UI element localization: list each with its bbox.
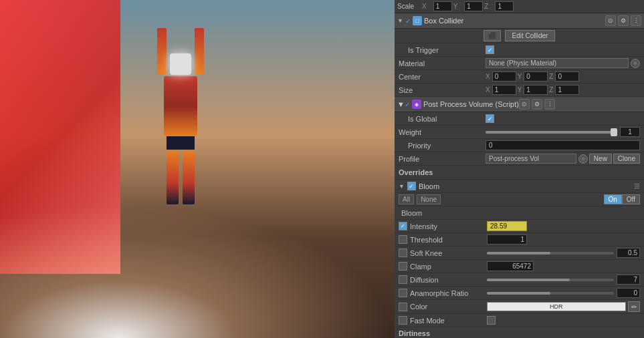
size-x-tag: X	[486, 86, 490, 94]
color-checkbox[interactable]	[399, 303, 407, 311]
off-btn[interactable]: Off	[622, 194, 640, 204]
priority-label: Priority	[399, 142, 486, 150]
material-dropdown[interactable]: None (Physic Material)	[486, 58, 629, 68]
post-process-ref-icon[interactable]: ⊙	[519, 99, 530, 110]
center-fields: X Y Z	[486, 71, 640, 81]
bloom-arrow: ▼	[399, 183, 405, 190]
threshold-input[interactable]	[487, 234, 527, 244]
color-label: Color	[410, 303, 487, 311]
is-trigger-checkbox[interactable]: ✓	[486, 45, 494, 54]
is-trigger-row: Is Trigger ✓	[395, 43, 644, 57]
weight-value-input[interactable]	[620, 127, 640, 137]
scale-y-input[interactable]	[464, 1, 483, 11]
anamorphic-track[interactable]	[487, 292, 614, 295]
clamp-checkbox[interactable]	[399, 262, 407, 271]
threshold-label: Threshold	[410, 236, 487, 244]
none-btn[interactable]: None	[417, 194, 441, 204]
soft-knee-checkbox[interactable]	[399, 248, 407, 257]
on-btn[interactable]: On	[604, 194, 622, 204]
anamorphic-input[interactable]	[617, 288, 640, 298]
center-label: Center	[399, 73, 486, 81]
post-process-icon: ◈	[412, 100, 421, 109]
center-y-input[interactable]	[524, 71, 548, 81]
diffusion-track[interactable]	[487, 279, 614, 281]
fast-mode-checkbox[interactable]	[399, 316, 407, 325]
clamp-input[interactable]	[487, 261, 534, 271]
post-process-menu-icon[interactable]: ⋮	[544, 99, 555, 110]
priority-row: Priority	[395, 139, 644, 152]
size-z-field: Z	[549, 85, 579, 95]
box-collider-ref-icon[interactable]: ⊙	[605, 15, 616, 26]
bloom-title: Bloom	[419, 182, 634, 190]
material-picker-btn[interactable]: ○	[631, 59, 640, 68]
overrides-header: Overrides	[395, 166, 644, 180]
threshold-checkbox[interactable]	[399, 235, 407, 244]
intensity-value	[487, 221, 640, 231]
is-global-checkbox[interactable]: ✓	[486, 114, 494, 123]
is-global-row: Is Global ✓	[395, 112, 644, 126]
post-process-arrow: ▼	[397, 100, 405, 108]
profile-picker-btn[interactable]: ○	[578, 154, 588, 164]
priority-input[interactable]	[486, 140, 640, 150]
diffusion-checkbox[interactable]	[399, 275, 407, 284]
is-global-label: Is Global	[399, 115, 486, 123]
threshold-row: Threshold	[395, 233, 644, 246]
box-collider-title: Box Collider	[424, 17, 605, 25]
color-row: Color HDR ✏	[395, 300, 644, 314]
diffusion-input[interactable]	[617, 275, 640, 285]
scale-row: Scale X Y Z	[395, 0, 644, 13]
clone-profile-btn[interactable]: Clone	[613, 154, 640, 164]
soft-knee-track[interactable]	[487, 252, 614, 255]
scale-xyz: X Y Z	[422, 1, 514, 11]
intensity-checkbox[interactable]: ✓	[399, 222, 407, 230]
anamorphic-row: Anamorphic Ratio	[395, 287, 644, 300]
size-z-input[interactable]	[555, 85, 579, 95]
edit-collider-btn[interactable]: Edit Collider	[505, 30, 556, 41]
box-collider-header[interactable]: ▼ ✓ □ Box Collider ⊙ ⚙ ⋮	[395, 13, 644, 29]
profile-value: Post-process Vol	[489, 155, 539, 162]
color-picker-preview[interactable]: HDR	[487, 302, 626, 311]
robot-waist	[167, 136, 195, 150]
soft-knee-input[interactable]	[617, 248, 640, 258]
threshold-value	[487, 234, 640, 244]
profile-dropdown[interactable]: Post-process Vol	[486, 154, 576, 164]
weight-slider-track[interactable]	[486, 131, 617, 134]
anamorphic-fill	[487, 292, 550, 295]
scale-z-input[interactable]	[495, 1, 514, 11]
soft-knee-row: Soft Knee	[395, 246, 644, 260]
size-x-field: X	[486, 85, 516, 95]
diffusion-row: Diffusion	[395, 273, 644, 287]
new-profile-btn[interactable]: New	[589, 154, 612, 164]
material-value: None (Physic Material)	[489, 59, 556, 67]
bloom-section-header[interactable]: ▼ ✓ Bloom ☰	[395, 180, 644, 193]
post-process-settings-icon[interactable]: ⚙	[532, 99, 542, 110]
scale-x-input[interactable]	[433, 1, 452, 11]
size-y-input[interactable]	[524, 85, 548, 95]
soft-knee-label: Soft Knee	[410, 249, 487, 257]
post-process-header[interactable]: ▼ ✓ ◈ Post Process Volume (Script) ⊙ ⚙ ⋮	[395, 97, 644, 112]
intensity-row: ✓ Intensity	[395, 220, 644, 233]
robot-leg-left	[167, 151, 179, 204]
size-z-tag: Z	[549, 86, 553, 94]
center-x-tag: X	[486, 73, 490, 80]
collider-icon-btn[interactable]: ⬛	[484, 30, 501, 41]
profile-label: Profile	[399, 155, 486, 163]
center-z-tag: Z	[549, 73, 553, 80]
bloom-enable-checkbox[interactable]: ✓	[407, 182, 416, 190]
center-x-input[interactable]	[492, 71, 516, 81]
intensity-input[interactable]	[487, 221, 527, 231]
bloom-menu-icon[interactable]: ☰	[634, 182, 640, 190]
post-process-header-icons: ⊙ ⚙ ⋮	[519, 99, 555, 110]
box-collider-menu-icon[interactable]: ⋮	[631, 15, 641, 26]
material-row: Material None (Physic Material) ○	[395, 57, 644, 70]
profile-row: Profile Post-process Vol ○ New Clone	[395, 152, 644, 166]
center-z-input[interactable]	[555, 71, 579, 81]
eyedropper-btn[interactable]: ✏	[628, 301, 640, 312]
robot-arm-left	[157, 28, 167, 75]
box-collider-settings-icon[interactable]: ⚙	[618, 15, 629, 26]
size-x-input[interactable]	[492, 85, 516, 95]
weight-slider-thumb[interactable]	[611, 128, 617, 136]
fast-mode-toggle[interactable]	[487, 316, 496, 325]
anamorphic-checkbox[interactable]	[399, 289, 407, 297]
all-btn[interactable]: All	[399, 194, 414, 204]
